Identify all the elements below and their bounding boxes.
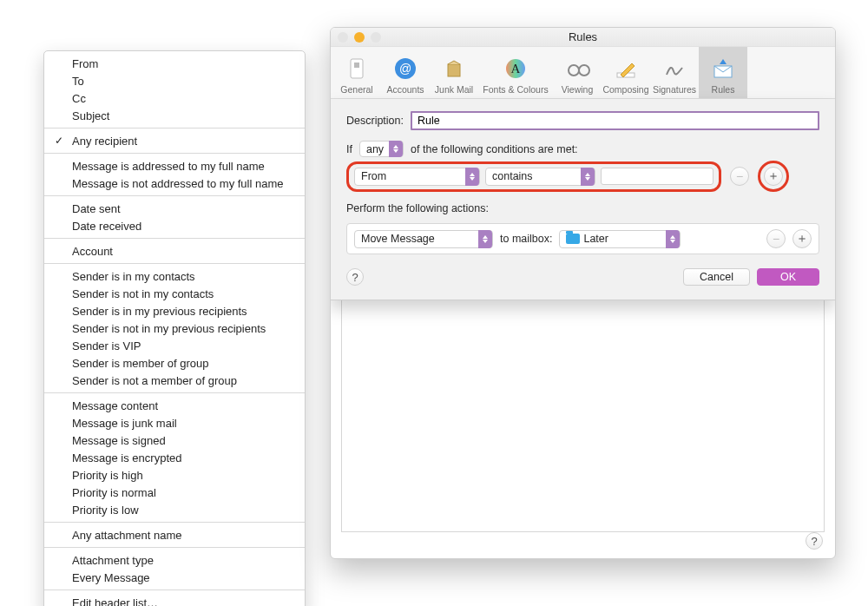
description-input[interactable] <box>411 111 819 130</box>
updown-icon <box>465 168 479 186</box>
help-button[interactable]: ? <box>806 532 823 550</box>
actions-label: Perform the following actions: <box>346 202 819 214</box>
dropdown-item[interactable]: Any attachment name <box>44 526 305 543</box>
condition-operator-value: contains <box>492 170 575 182</box>
cancel-button[interactable]: Cancel <box>683 268 750 286</box>
if-mode-select[interactable]: any <box>359 141 404 157</box>
condition-field-dropdown[interactable]: FromToCcSubject✓Any recipientMessage is … <box>43 50 306 606</box>
updown-icon <box>478 230 492 248</box>
svg-rect-4 <box>448 64 460 76</box>
ok-button[interactable]: OK <box>757 268 819 286</box>
dropdown-item[interactable]: Message is not addressed to my full name <box>44 175 305 192</box>
remove-action-button[interactable]: − <box>766 229 786 248</box>
dropdown-item[interactable]: Cc <box>44 89 305 107</box>
toolbar-tab-label: Composing <box>602 84 648 95</box>
svg-rect-0 <box>351 59 363 78</box>
dropdown-item[interactable]: Edit header list… <box>44 594 305 606</box>
add-action-button[interactable]: ＋ <box>792 229 812 248</box>
folder-icon <box>566 234 580 244</box>
action-target-value: Later <box>583 233 661 245</box>
dropdown-item[interactable]: Every Message <box>44 569 305 586</box>
if-tail: of the following conditions are met: <box>411 143 577 155</box>
dropdown-item[interactable]: Sender is in my previous recipients <box>44 302 305 319</box>
description-label: Description: <box>346 115 404 127</box>
general-icon <box>344 56 370 82</box>
toolbar-tab-signatures[interactable]: Signatures <box>650 47 699 98</box>
condition-field-select[interactable]: From <box>354 168 480 186</box>
toolbar-tab-fonts[interactable]: AFonts & Colours <box>478 47 553 98</box>
window-title: Rules <box>569 30 597 43</box>
remove-condition-button[interactable]: − <box>730 167 749 186</box>
checkmark-icon: ✓ <box>55 134 63 148</box>
to-mailbox-label: to mailbox: <box>500 233 552 245</box>
rule-edit-sheet: Description: If any of the following con… <box>331 99 835 300</box>
toolbar-tab-label: Junk Mail <box>435 84 473 95</box>
toolbar-tab-label: Accounts <box>386 84 424 95</box>
dropdown-item[interactable]: Sender is not in my contacts <box>44 285 305 302</box>
svg-text:@: @ <box>399 62 411 76</box>
action-row: Move Message to mailbox: Later − ＋ <box>346 223 819 254</box>
dropdown-item[interactable]: Priority is normal <box>44 484 305 501</box>
toolbar-tab-label: General <box>340 84 372 95</box>
add-condition-button[interactable]: ＋ <box>764 167 783 186</box>
dropdown-item[interactable]: Subject <box>44 107 305 124</box>
toolbar-tab-label: Viewing <box>562 84 594 95</box>
condition-operator-select[interactable]: contains <box>485 168 595 186</box>
close-icon[interactable] <box>338 32 348 43</box>
toolbar-tab-rules[interactable]: Rules <box>699 47 747 98</box>
dropdown-item[interactable]: Message is addressed to my full name <box>44 157 305 175</box>
action-verb-select[interactable]: Move Message <box>354 230 493 248</box>
toolbar-tab-accounts[interactable]: @Accounts <box>381 47 430 98</box>
svg-rect-1 <box>354 63 359 68</box>
if-mode-value: any <box>366 143 384 155</box>
condition-field-value: From <box>361 170 460 182</box>
dropdown-item[interactable]: Sender is VIP <box>44 337 305 354</box>
dropdown-item[interactable]: From <box>44 55 305 72</box>
dropdown-item[interactable]: Sender is not a member of group <box>44 372 305 389</box>
action-target-select[interactable]: Later <box>559 230 681 248</box>
preferences-window: Rules General@AccountsJunk MailAFonts & … <box>330 27 836 559</box>
dropdown-item[interactable]: Account <box>44 242 305 260</box>
dropdown-item[interactable]: Sender is member of group <box>44 354 305 372</box>
if-label: If <box>346 143 352 155</box>
dropdown-item[interactable]: To <box>44 72 305 89</box>
dropdown-item[interactable]: Date sent <box>44 200 305 217</box>
svg-text:A: A <box>511 62 521 76</box>
window-titlebar: Rules <box>331 28 835 47</box>
minimize-icon[interactable] <box>354 32 365 43</box>
dropdown-item[interactable]: Sender is in my contacts <box>44 267 305 285</box>
preferences-toolbar: General@AccountsJunk MailAFonts & Colour… <box>331 47 835 99</box>
toolbar-tab-composing[interactable]: Composing <box>602 47 650 98</box>
svg-point-7 <box>569 65 579 76</box>
rules-icon <box>710 56 736 82</box>
add-condition-highlight: ＋ <box>758 161 789 192</box>
rules-list-pane <box>341 288 825 532</box>
dropdown-item[interactable]: Message is junk mail <box>44 414 305 431</box>
dropdown-item[interactable]: Attachment type <box>44 551 305 569</box>
updown-icon <box>581 168 595 186</box>
toolbar-tab-label: Fonts & Colours <box>483 84 548 95</box>
dropdown-item[interactable]: Priority is high <box>44 466 305 484</box>
sheet-help-button[interactable]: ? <box>346 268 364 286</box>
toolbar-tab-general[interactable]: General <box>332 47 381 98</box>
dropdown-item[interactable]: Message is encrypted <box>44 449 305 466</box>
junk-icon <box>441 56 467 82</box>
accounts-icon: @ <box>392 56 418 82</box>
dropdown-item[interactable]: ✓Any recipient <box>44 132 305 149</box>
condition-value-input[interactable] <box>601 168 713 185</box>
signatures-icon <box>661 56 687 82</box>
dropdown-item[interactable]: Message content <box>44 397 305 414</box>
dropdown-item[interactable]: Date received <box>44 217 305 234</box>
fonts-icon: A <box>503 56 529 82</box>
svg-point-8 <box>579 65 589 76</box>
viewing-icon <box>564 56 590 82</box>
condition-row: From contains <box>346 161 721 192</box>
dropdown-item[interactable]: Sender is not in my previous recipients <box>44 319 305 337</box>
toolbar-tab-junk[interactable]: Junk Mail <box>430 47 478 98</box>
updown-icon <box>389 141 403 157</box>
dropdown-item[interactable]: Message is signed <box>44 431 305 449</box>
dropdown-item[interactable]: Priority is low <box>44 501 305 518</box>
zoom-icon[interactable] <box>371 32 381 43</box>
updown-icon <box>666 230 680 248</box>
toolbar-tab-viewing[interactable]: Viewing <box>553 47 602 98</box>
